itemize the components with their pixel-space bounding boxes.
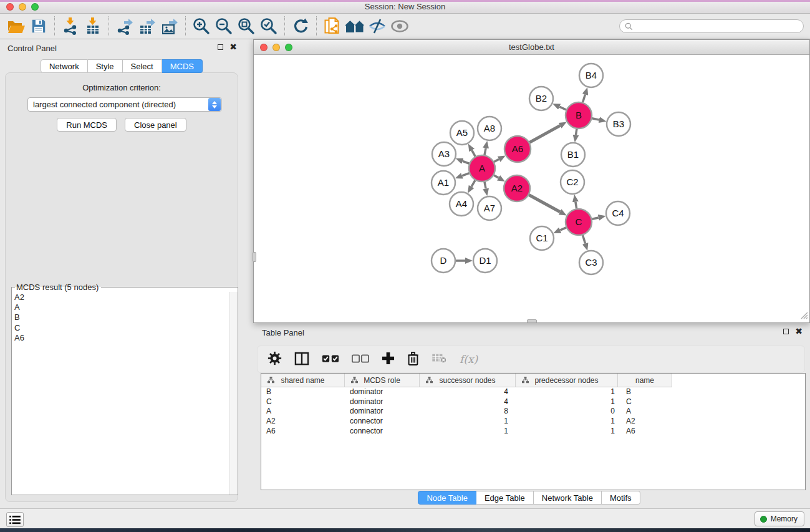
table-cell[interactable]: C <box>618 397 672 407</box>
table-cell[interactable]: 1 <box>516 427 618 437</box>
graph-node-B4[interactable]: B4 <box>579 64 603 87</box>
deselect-all-button[interactable] <box>352 354 369 365</box>
criterion-dropdown[interactable]: largest connected component (directed) <box>27 97 222 112</box>
import-table-button[interactable] <box>82 16 104 37</box>
table-row[interactable]: Bdominator41B <box>261 387 805 397</box>
tab-select[interactable]: Select <box>123 59 162 73</box>
mcds-result-item[interactable]: A6 <box>14 333 229 343</box>
table-cell[interactable]: connector <box>345 427 420 437</box>
graph-edge-B-B1[interactable] <box>576 129 577 135</box>
open-session-button[interactable] <box>5 16 27 37</box>
mcds-result-item[interactable]: B <box>14 312 229 322</box>
column-header-name[interactable]: name <box>618 374 672 387</box>
graph-node-B3[interactable]: B3 <box>607 112 630 136</box>
graph-node-D1[interactable]: D1 <box>473 249 497 273</box>
table-cell[interactable]: 0 <box>516 407 618 417</box>
search-box[interactable] <box>619 19 804 33</box>
column-header-shared-name[interactable]: shared name <box>261 374 345 387</box>
table-cell[interactable]: dominator <box>345 407 420 417</box>
mcds-result-item[interactable]: A2 <box>14 293 229 302</box>
resize-grip[interactable] <box>799 311 808 321</box>
memory-button[interactable]: Memory <box>755 511 804 526</box>
export-table-button[interactable] <box>136 16 158 37</box>
graph-node-A6[interactable]: A6 <box>504 136 531 162</box>
table-cell[interactable]: 8 <box>420 407 516 417</box>
table-cell[interactable]: A <box>618 407 672 417</box>
float-table-panel-icon[interactable] <box>783 329 789 334</box>
graph-node-A1[interactable]: A1 <box>432 171 455 195</box>
table-cell[interactable]: B <box>618 387 672 397</box>
graph-edge-A-A2[interactable] <box>494 175 498 178</box>
graph-edge-A-A7[interactable] <box>485 182 486 189</box>
graph-node-A4[interactable]: A4 <box>450 192 473 216</box>
table-cell[interactable]: A2 <box>618 417 672 427</box>
graph-edge-A-A3[interactable] <box>463 161 469 163</box>
task-history-button[interactable] <box>6 512 24 527</box>
zoom-fit-button[interactable] <box>235 16 258 37</box>
graph-node-A2[interactable]: A2 <box>504 175 530 201</box>
column-header-successor-nodes[interactable]: successor nodes <box>420 374 516 387</box>
hide-selected-button[interactable] <box>366 16 388 37</box>
zoom-selected-button[interactable] <box>258 16 280 37</box>
column-header-MCDS-role[interactable]: MCDS role <box>345 374 420 387</box>
graph-edge-A-A8[interactable] <box>485 148 486 155</box>
tab-motifs[interactable]: Motifs <box>602 491 640 505</box>
show-columns-button[interactable] <box>294 352 309 367</box>
graph-edge-C-C1[interactable] <box>560 228 566 230</box>
graph-node-A7[interactable]: A7 <box>478 196 501 220</box>
graph-node-B[interactable]: B <box>566 102 592 128</box>
table-cell[interactable]: B <box>261 387 345 397</box>
tab-edge-table[interactable]: Edge Table <box>476 491 534 505</box>
export-image-button[interactable] <box>158 16 181 37</box>
graph-edge-A6-B[interactable] <box>529 125 560 142</box>
graph-edge-C-C2[interactable] <box>576 202 577 209</box>
graph-edge-A-A5[interactable] <box>472 150 476 157</box>
close-panel-button[interactable]: Close panel <box>125 118 186 132</box>
mcds-result-item[interactable]: A <box>14 302 229 312</box>
table-cell[interactable]: A6 <box>618 427 672 437</box>
add-column-button[interactable] <box>382 352 395 367</box>
zoom-out-button[interactable] <box>213 16 235 37</box>
table-cell[interactable]: dominator <box>345 397 420 407</box>
table-cell[interactable]: 4 <box>420 387 516 397</box>
table-cell[interactable]: 1 <box>420 427 516 437</box>
save-session-button[interactable] <box>27 16 50 37</box>
refresh-layout-button[interactable] <box>289 16 312 37</box>
graph-edge-A-A4[interactable] <box>471 180 475 186</box>
float-panel-icon[interactable] <box>218 44 223 50</box>
graph-edge-B-B3[interactable] <box>592 118 599 120</box>
table-cell[interactable]: dominator <box>345 387 420 397</box>
table-cell[interactable]: A2 <box>261 417 345 427</box>
graph-edge-B-B4[interactable] <box>583 95 586 102</box>
graph-node-B2[interactable]: B2 <box>529 87 553 110</box>
close-panel-icon[interactable]: ✖ <box>229 44 237 50</box>
graph-node-C4[interactable]: C4 <box>606 201 630 225</box>
tab-mcds[interactable]: MCDS <box>162 59 203 73</box>
graph-node-B1[interactable]: B1 <box>561 143 585 167</box>
table-cell[interactable]: connector <box>345 417 420 427</box>
zoom-in-button[interactable] <box>190 16 213 37</box>
graph-edge-A-A6[interactable] <box>494 159 499 162</box>
table-cell[interactable]: 1 <box>420 417 516 427</box>
home-button[interactable] <box>344 16 366 37</box>
graph-node-A5[interactable]: A5 <box>450 121 474 145</box>
graph-node-C1[interactable]: C1 <box>530 226 554 250</box>
tab-node-table[interactable]: Node Table <box>418 491 476 505</box>
table-settings-button[interactable] <box>268 351 282 367</box>
graph-edge-A-A1[interactable] <box>462 173 469 176</box>
table-row[interactable]: Cdominator41C <box>261 397 805 407</box>
tab-network[interactable]: Network <box>41 59 88 73</box>
canvas-left-handle[interactable] <box>253 252 256 262</box>
table-cell[interactable]: 1 <box>516 397 618 407</box>
table-row[interactable]: A2connector11A2 <box>261 417 805 427</box>
table-cell[interactable]: A <box>261 407 345 417</box>
graph-node-C2[interactable]: C2 <box>561 170 584 194</box>
graph-edge-C-C4[interactable] <box>592 218 598 219</box>
network-from-selection-button[interactable] <box>321 16 344 37</box>
function-builder-button[interactable]: f(x) <box>460 353 478 365</box>
graph-node-A3[interactable]: A3 <box>432 142 456 166</box>
table-row[interactable]: A6connector11A6 <box>261 427 805 437</box>
table-cell[interactable]: C <box>261 397 345 407</box>
network-canvas[interactable]: B4B2BB3A8A5A6A3B1AA1C2A2A4A7C4CC1DD1C3 <box>254 56 809 321</box>
graph-edge-C-C3[interactable] <box>582 235 585 243</box>
